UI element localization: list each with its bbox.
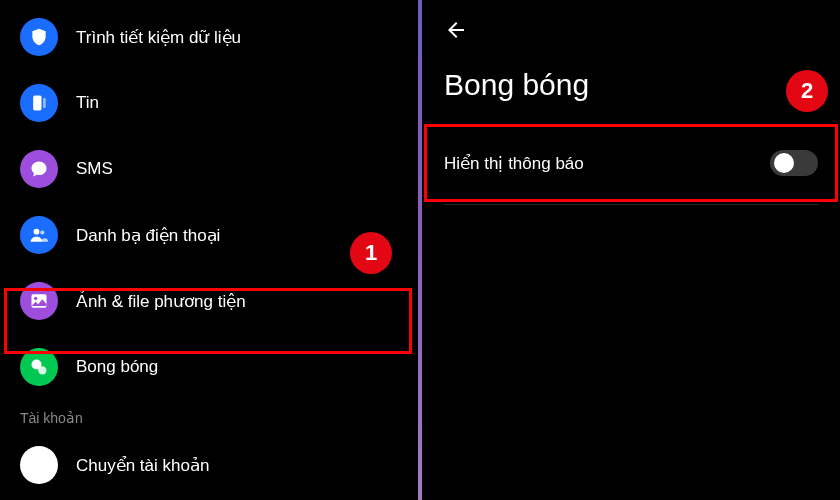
settings-item-label: Danh bạ điện thoại [76,225,220,246]
photo-icon [20,282,58,320]
toggle-switch[interactable] [770,150,818,176]
settings-item-story[interactable]: Tin [0,70,418,136]
back-row [422,0,840,54]
story-icon [20,84,58,122]
bubble-icon [20,348,58,386]
back-arrow-icon[interactable] [444,20,468,47]
toggle-row-show-notifications[interactable]: Hiển thị thông báo [422,130,840,196]
settings-item-label: Tin [76,93,99,113]
contacts-icon [20,216,58,254]
settings-item-data-saver[interactable]: Trình tiết kiệm dữ liệu [0,4,418,70]
detail-panel: Bong bóng Hiển thị thông báo 2 [422,0,840,500]
step-badge-2: 2 [786,70,828,112]
chat-icon [20,150,58,188]
svg-point-7 [38,366,46,374]
toggle-label: Hiển thị thông báo [444,153,584,174]
section-header-account: Tài khoản [0,400,418,432]
svg-point-2 [34,229,40,235]
shield-icon [20,18,58,56]
settings-item-label: SMS [76,159,113,179]
settings-panel: Trình tiết kiệm dữ liệu Tin SMS Danh bạ … [0,0,418,500]
divider [444,204,818,205]
toggle-knob [774,153,794,173]
settings-item-bubble[interactable]: Bong bóng [0,334,418,400]
step-badge-1: 1 [350,232,392,274]
settings-item-label: Chuyển tài khoản [76,455,209,476]
settings-item-sms[interactable]: SMS [0,136,418,202]
settings-item-label: Trình tiết kiệm dữ liệu [76,27,241,48]
svg-rect-1 [43,98,45,108]
svg-point-3 [40,230,44,234]
settings-item-label: Bong bóng [76,357,158,377]
switch-icon [20,446,58,484]
svg-point-5 [34,297,37,300]
settings-item-media[interactable]: Ảnh & file phương tiện [0,268,418,334]
settings-item-label: Ảnh & file phương tiện [76,291,246,312]
page-title: Bong bóng [422,54,840,130]
settings-item-switch-account[interactable]: Chuyển tài khoản [0,432,418,498]
svg-rect-0 [33,96,41,111]
